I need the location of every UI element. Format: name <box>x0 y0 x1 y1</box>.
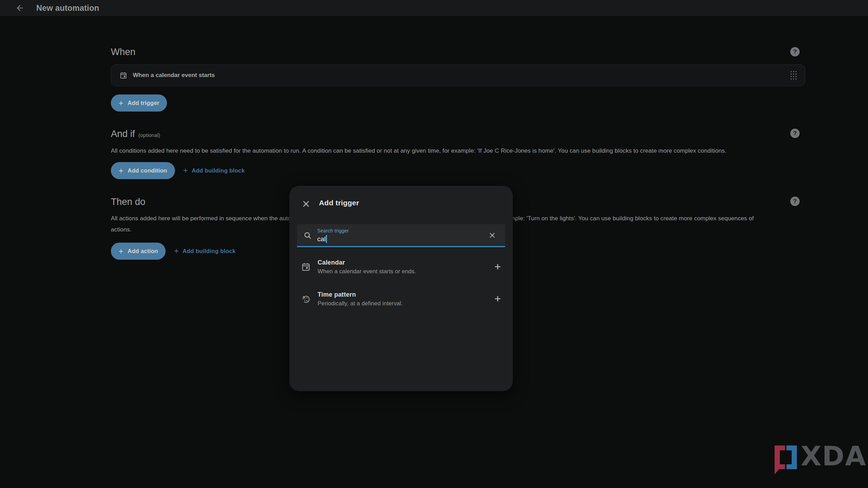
and-if-heading: And if(optional) <box>111 129 160 139</box>
xda-brackets-icon <box>775 445 798 475</box>
trigger-results-list: Calendar When a calendar event starts or… <box>289 251 513 315</box>
optional-label: (optional) <box>138 132 160 138</box>
search-trigger-input[interactable]: Search trigger cal <box>297 224 505 247</box>
when-help-icon[interactable] <box>790 47 800 56</box>
add-trigger-dialog: Add trigger Search trigger cal <box>289 186 513 391</box>
xda-logo: XDA <box>775 445 867 475</box>
drag-handle-icon[interactable] <box>791 71 797 79</box>
av-timer-icon <box>301 294 311 304</box>
then-do-help-icon[interactable] <box>790 197 800 206</box>
plus-icon: + <box>119 247 123 256</box>
result-subtitle: Periodically, at a defined interval. <box>318 300 403 307</box>
app-bar: New automation <box>0 0 868 16</box>
actions-description-line2: actions. <box>111 226 131 233</box>
add-building-block-button[interactable]: + Add building block <box>183 167 245 175</box>
plus-icon: + <box>119 99 123 107</box>
add-plus-icon[interactable] <box>494 261 501 272</box>
add-trigger-button[interactable]: + Add trigger <box>111 94 167 112</box>
trigger-card[interactable]: When a calendar event starts <box>111 64 805 86</box>
result-subtitle: When a calendar event starts or ends. <box>318 268 416 275</box>
close-icon[interactable] <box>302 200 310 208</box>
add-action-button[interactable]: + Add action <box>111 243 166 260</box>
plus-icon: + <box>174 247 178 255</box>
clear-search-icon[interactable] <box>488 231 496 239</box>
add-condition-button[interactable]: + Add condition <box>111 162 175 179</box>
plus-icon: + <box>119 167 123 175</box>
dialog-title: Add trigger <box>319 199 359 207</box>
when-heading: When <box>111 47 136 58</box>
trigger-card-label: When a calendar event starts <box>133 72 215 79</box>
and-if-help-icon[interactable] <box>790 129 800 138</box>
result-title: Calendar <box>318 259 416 266</box>
then-do-heading: Then do <box>111 197 145 207</box>
conditions-description: All conditions added here need to be sat… <box>111 147 726 154</box>
search-icon <box>303 231 312 241</box>
page-title: New automation <box>36 3 99 13</box>
calendar-icon <box>120 71 127 79</box>
back-arrow-icon[interactable] <box>15 3 24 13</box>
search-field-value: cal <box>317 235 326 243</box>
search-field-label: Search trigger <box>317 228 349 234</box>
result-title: Time pattern <box>318 291 403 298</box>
add-plus-icon[interactable] <box>494 293 501 304</box>
calendar-icon <box>301 262 311 272</box>
add-building-block-button[interactable]: + Add building block <box>174 247 236 255</box>
plus-icon: + <box>183 167 188 175</box>
text-caret <box>326 235 327 243</box>
xda-logo-text: XDA <box>801 445 867 467</box>
result-row-time-pattern[interactable]: Time pattern Periodically, at a defined … <box>289 283 513 315</box>
result-row-calendar[interactable]: Calendar When a calendar event starts or… <box>289 251 513 283</box>
